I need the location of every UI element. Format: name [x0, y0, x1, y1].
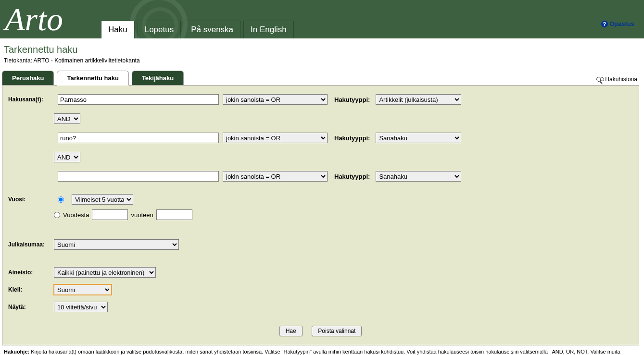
- bool-select-2[interactable]: AND: [54, 152, 80, 162]
- year-preset-radio[interactable]: [58, 196, 64, 203]
- bool-select-1[interactable]: AND: [54, 113, 80, 124]
- year-range-radio[interactable]: [54, 212, 60, 218]
- tab-haku[interactable]: Haku: [101, 21, 135, 38]
- database-info: Tietokanta: ARTO - Kotimainen artikkeliv…: [4, 57, 642, 64]
- search-form-panel: Hakusana(t): jokin sanoista = OR Hakutyy…: [2, 85, 639, 345]
- label-hakutyyppi-3: Hakutyyppi:: [334, 173, 370, 180]
- type-select-1[interactable]: Artikkelit (julkaisusta): [376, 94, 461, 105]
- type-select-2[interactable]: Sanahaku: [376, 133, 461, 143]
- year-preset-select[interactable]: Viimeiset 5 vuotta: [72, 194, 133, 205]
- help-link[interactable]: ? Opastus: [601, 20, 634, 27]
- type-select-3[interactable]: Sanahaku: [376, 171, 461, 182]
- combine-select-1[interactable]: jokin sanoista = OR: [223, 94, 328, 105]
- search-term-3[interactable]: [58, 171, 219, 182]
- label-vuosi: Vuosi:: [8, 196, 54, 203]
- year-to-input[interactable]: [156, 209, 192, 220]
- subtab-perushaku[interactable]: Perushaku: [2, 71, 54, 85]
- search-history-link[interactable]: Hakuhistoria: [596, 76, 637, 83]
- clock-icon: [600, 77, 604, 81]
- label-aineisto: Aineisto:: [8, 269, 54, 276]
- hint-text: Kirjoita hakusana(t) omaan laatikkoon ja…: [4, 349, 620, 355]
- kieli-select[interactable]: Suomi: [54, 284, 112, 295]
- julkaisumaa-select[interactable]: Suomi: [54, 239, 179, 250]
- tab-svenska[interactable]: På svenska: [184, 21, 240, 38]
- label-hakutyyppi-2: Hakutyyppi:: [334, 135, 370, 142]
- subtab-row: Perushaku Tarkennettu haku Tekijähaku Ha…: [2, 71, 642, 85]
- subtab-tekijahaku[interactable]: Tekijähaku: [132, 71, 184, 85]
- label-hakutyyppi-1: Hakutyyppi:: [334, 96, 370, 103]
- aineisto-select[interactable]: Kaikki (painettu ja elektroninen): [54, 267, 156, 278]
- header-bar: Arto Haku Lopetus På svenska In English …: [0, 0, 644, 38]
- search-term-2[interactable]: [58, 133, 219, 143]
- nayta-select[interactable]: 10 viitettä/sivu: [54, 302, 108, 312]
- combine-select-3[interactable]: jokin sanoista = OR: [223, 171, 328, 182]
- search-term-1[interactable]: [58, 94, 219, 105]
- history-label: Hakuhistoria: [605, 76, 637, 83]
- main-tabs: Haku Lopetus På svenska In English: [101, 0, 294, 38]
- label-nayta: Näytä:: [8, 304, 54, 310]
- app-logo: Arto: [5, 0, 63, 38]
- help-label: Opastus: [609, 20, 634, 27]
- label-julkaisumaa: Julkaisumaa:: [8, 241, 54, 248]
- label-vuodesta: Vuodesta: [63, 211, 89, 219]
- tab-lopetus[interactable]: Lopetus: [138, 21, 181, 38]
- poista-button[interactable]: Poista valinnat: [312, 326, 362, 336]
- label-hakusanat: Hakusana(t):: [8, 96, 54, 103]
- label-vuoteen: vuoteen: [131, 211, 153, 219]
- page-title: Tarkennettu haku: [4, 44, 642, 55]
- subtab-tarkennettu[interactable]: Tarkennettu haku: [57, 71, 128, 86]
- hint-label: Hakuohje:: [4, 349, 29, 355]
- tab-english[interactable]: In English: [243, 21, 294, 38]
- year-from-input[interactable]: [92, 209, 128, 220]
- combine-select-2[interactable]: jokin sanoista = OR: [223, 133, 328, 143]
- label-kieli: Kieli:: [8, 286, 54, 293]
- search-hint: Hakuohje: Kirjoita hakusana(t) omaan laa…: [4, 348, 640, 355]
- hae-button[interactable]: Hae: [279, 326, 303, 336]
- help-icon: ?: [601, 21, 608, 27]
